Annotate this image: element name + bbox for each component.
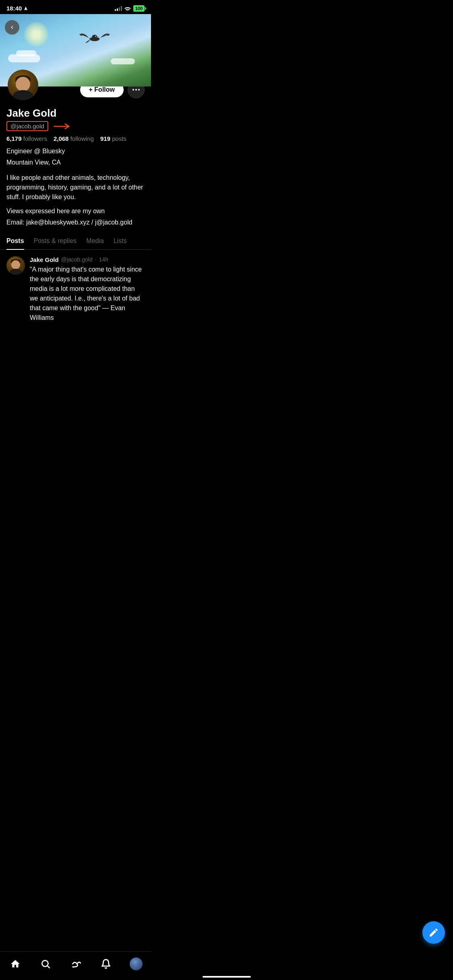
nav-feed[interactable] [66,956,86,972]
feed-icon [70,959,81,969]
wifi-icon [124,6,131,11]
dot-3 [138,89,140,91]
post-handle: @jacob.gold [61,256,93,263]
status-time: 18:40 [6,5,28,12]
status-bar: 18:40 100 [0,0,151,14]
back-icon [9,24,15,31]
post-item: Jake Gold @jacob.gold · 14h "A major thi… [6,256,145,329]
followers-label: followers [23,135,47,142]
avatar-image [8,70,38,100]
tab-media[interactable]: Media [86,233,104,249]
handle-row: @jacob.gold [6,121,145,131]
bio-location: Mountain View, CA [6,158,145,167]
bottom-nav [0,951,151,980]
profile-section: + Follow Jake Gold @jacob.gold 6,179 fol… [0,68,151,250]
tab-posts[interactable]: Posts [6,233,24,249]
search-icon [40,959,51,969]
post-timestamp: 14h [99,256,108,263]
battery-indicator: 100 [133,5,145,12]
bird-decoration [79,28,111,50]
nav-search[interactable] [35,956,56,972]
posts-stat[interactable]: 919 posts [100,135,126,142]
dot-2 [135,89,137,91]
avatar [6,68,39,101]
followers-stat[interactable]: 6,179 followers [6,135,47,142]
handle-badge: @jacob.gold [6,121,48,131]
back-button[interactable] [5,20,19,35]
stats-row: 6,179 followers 2,068 following 919 post… [6,135,145,142]
handle-arrow-icon [52,121,72,131]
nav-home[interactable] [5,956,25,972]
nav-profile-avatar [130,957,143,970]
signal-icon [115,6,122,11]
posts-list: Jake Gold @jacob.gold · 14h "A major thi… [0,250,151,329]
following-label: following [70,135,94,142]
location-arrow-icon [23,6,28,11]
bio-email: Email: jake@blueskyweb.xyz / j@jacob.gol… [6,219,145,226]
following-count: 2,068 [54,135,69,142]
tab-lists[interactable]: Lists [114,233,127,249]
battery-level: 100 [135,6,143,11]
post-header: Jake Gold @jacob.gold · 14h [30,256,145,263]
svg-point-3 [95,36,96,37]
post-content: Jake Gold @jacob.gold · 14h "A major thi… [30,256,145,323]
posts-count: 919 [100,135,110,142]
tab-posts-replies[interactable]: Posts & replies [34,233,77,249]
bio-description: I like people and other animals, technol… [6,173,145,202]
post-avatar-image [6,256,25,275]
display-name: Jake Gold [6,107,145,119]
notifications-icon [101,959,111,969]
svg-line-6 [47,966,49,968]
following-stat[interactable]: 2,068 following [54,135,94,142]
nav-notifications[interactable] [96,956,116,972]
post-text: "A major thing that's come to light sinc… [30,265,145,323]
post-author: Jake Gold [30,256,59,263]
bio-employer: Engineer @ Bluesky [6,147,145,156]
nav-profile[interactable] [126,956,146,972]
cloud-decoration-3 [111,58,135,64]
time-display: 18:40 [6,5,22,12]
svg-point-1 [92,35,97,39]
dot-1 [132,89,134,91]
home-icon [10,959,21,969]
post-time: · [95,256,97,263]
sun-decoration [24,22,48,46]
post-avatar [6,256,25,275]
status-indicators: 100 [115,5,145,12]
cloud-decoration-2 [16,50,36,56]
posts-label: posts [112,135,126,142]
followers-count: 6,179 [6,135,22,142]
profile-tabs: Posts Posts & replies Media Lists [0,233,151,250]
bio-views: Views expressed here are my own [6,208,145,215]
